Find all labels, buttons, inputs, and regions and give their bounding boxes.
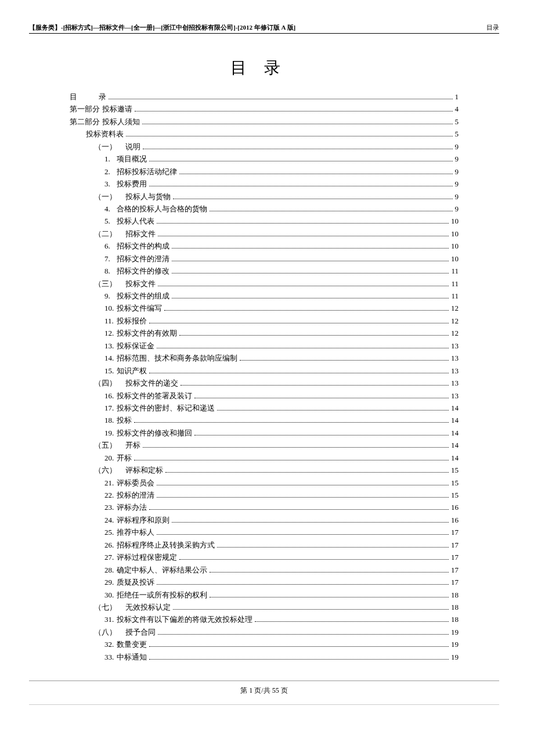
toc-label: 19. 投标文件的修改和撤回: [104, 427, 192, 439]
toc-leader-dots: [240, 360, 449, 361]
toc-leader-dots: [179, 174, 452, 174]
toc-entry: 17. 投标文件的密封、标记和递送14: [70, 402, 459, 414]
toc-label: 20. 开标: [104, 452, 132, 464]
header-right-text: 目录: [486, 23, 499, 32]
toc-leader-dots: [172, 261, 449, 261]
toc-label: 8. 招标文件的修改: [104, 265, 169, 277]
table-of-contents: 目录1第一部分投标邀请4第二部分投标人须知5投标资料表5（一）说明91. 项目概…: [29, 91, 499, 663]
toc-entry: 6. 招标文件的构成10: [70, 240, 459, 252]
toc-page-number: 14: [451, 439, 459, 451]
toc-leader-dots: [164, 310, 449, 311]
toc-entry: 2. 招标投标活动纪律9: [70, 165, 459, 178]
toc-label: 33. 中标通知: [104, 651, 147, 663]
toc-leader-dots: [142, 124, 453, 124]
toc-label: 27. 评标过程保密规定: [104, 551, 177, 563]
toc-label: 11. 投标报价: [104, 315, 147, 327]
toc-page-number: 11: [451, 290, 459, 302]
toc-leader-dots: [255, 621, 449, 622]
toc-entry: 18. 投标14: [70, 414, 459, 426]
toc-page-number: 9: [455, 190, 459, 203]
toc-label: （三）投标文件: [94, 278, 156, 290]
toc-page-number: 9: [455, 178, 459, 190]
toc-entry: 4. 合格的投标人与合格的货物9: [70, 203, 459, 215]
toc-page-number: 19: [451, 626, 459, 638]
toc-entry: （七）无效投标认定18: [70, 601, 459, 613]
toc-entry: （一）投标人与货物9: [70, 190, 459, 203]
toc-leader-dots: [217, 410, 449, 411]
toc-label: （六）评标和定标: [94, 464, 163, 476]
toc-page-number: 4: [455, 103, 459, 115]
toc-leader-dots: [149, 509, 449, 510]
toc-entry: （二）招标文件10: [70, 228, 459, 240]
header-left-text: 【服务类】-[招标方式]—招标文件—[全一册]—[浙江中创招投标有限公司]-[2…: [29, 23, 295, 32]
toc-page-number: 10: [451, 228, 459, 240]
toc-page-number: 11: [451, 278, 459, 290]
toc-page-number: 17: [451, 576, 459, 588]
toc-entry: （六）评标和定标15: [70, 464, 459, 476]
toc-entry: 22. 投标的澄清15: [70, 489, 459, 501]
toc-leader-dots: [172, 298, 449, 298]
toc-label: （八）授予合同: [94, 626, 156, 638]
toc-leader-dots: [157, 348, 449, 348]
toc-entry: 31. 投标文件有以下偏差的将做无效投标处理18: [70, 613, 459, 625]
toc-page-number: 12: [451, 327, 459, 339]
toc-page-number: 10: [451, 215, 459, 227]
toc-label: 4. 合格的投标人与合格的货物: [104, 203, 207, 215]
toc-page-number: 14: [451, 402, 459, 414]
toc-entry: 32. 数量变更19: [70, 638, 459, 650]
toc-page-number: 13: [451, 365, 459, 377]
toc-entry: 15. 知识产权13: [70, 365, 459, 377]
toc-page-number: 15: [451, 489, 459, 501]
toc-page-number: 17: [451, 526, 459, 538]
toc-entry: 第一部分投标邀请4: [70, 103, 459, 115]
toc-page-number: 13: [451, 377, 459, 389]
toc-label: 2. 招标投标活动纪律: [104, 165, 177, 178]
toc-entry: 目录1: [70, 91, 459, 103]
toc-leader-dots: [143, 149, 453, 149]
toc-leader-dots: [172, 522, 449, 523]
toc-page-number: 13: [451, 352, 459, 364]
toc-label: 第一部分投标邀请: [70, 103, 132, 115]
toc-label: （五）开标: [94, 439, 140, 451]
toc-page-number: 13: [451, 340, 459, 352]
toc-leader-dots: [172, 273, 449, 273]
toc-entry: 27. 评标过程保密规定17: [70, 551, 459, 563]
toc-label: （七）无效投标认定: [94, 601, 171, 613]
toc-label: 目录: [70, 91, 106, 103]
toc-entry: 23. 评标办法16: [70, 501, 459, 513]
toc-entry: （四）投标文件的递交13: [70, 377, 459, 389]
toc-leader-dots: [109, 99, 453, 99]
toc-page-number: 5: [455, 116, 459, 128]
toc-entry: 16. 投标文件的签署及装订13: [70, 390, 459, 402]
toc-leader-dots: [173, 199, 453, 199]
toc-entry: 8. 招标文件的修改11: [70, 265, 459, 277]
toc-leader-dots: [181, 385, 449, 386]
toc-page-number: 11: [451, 265, 459, 277]
toc-leader-dots: [157, 584, 449, 585]
toc-page-number: 19: [451, 638, 459, 650]
toc-label: 17. 投标文件的密封、标记和递送: [104, 402, 215, 414]
toc-label: 18. 投标: [104, 414, 132, 426]
toc-leader-dots: [149, 161, 452, 161]
toc-label: 9. 投标文件的组成: [104, 290, 169, 302]
toc-label: 1. 项目概况: [104, 153, 147, 165]
toc-page-number: 15: [451, 464, 459, 476]
toc-label: 13. 投标保证金: [104, 340, 154, 352]
toc-page-number: 5: [455, 128, 459, 140]
toc-label: 29. 质疑及投诉: [104, 576, 154, 588]
toc-entry: 7. 招标文件的澄清10: [70, 253, 459, 265]
toc-entry: 20. 开标14: [70, 452, 459, 464]
toc-entry: 25. 推荐中标人17: [70, 526, 459, 538]
toc-leader-dots: [165, 472, 449, 473]
toc-entry: （八）授予合同19: [70, 626, 459, 638]
toc-label: 15. 知识产权: [104, 365, 147, 377]
toc-page-number: 9: [455, 165, 459, 178]
toc-label: 23. 评标办法: [104, 501, 147, 513]
toc-label: 第二部分投标人须知: [70, 116, 140, 128]
toc-entry: 24. 评标程序和原则16: [70, 514, 459, 526]
toc-leader-dots: [126, 136, 453, 136]
toc-entry: 5. 投标人代表10: [70, 215, 459, 227]
toc-leader-dots: [149, 646, 449, 647]
toc-page-number: 17: [451, 539, 459, 551]
toc-page-number: 9: [455, 141, 459, 153]
